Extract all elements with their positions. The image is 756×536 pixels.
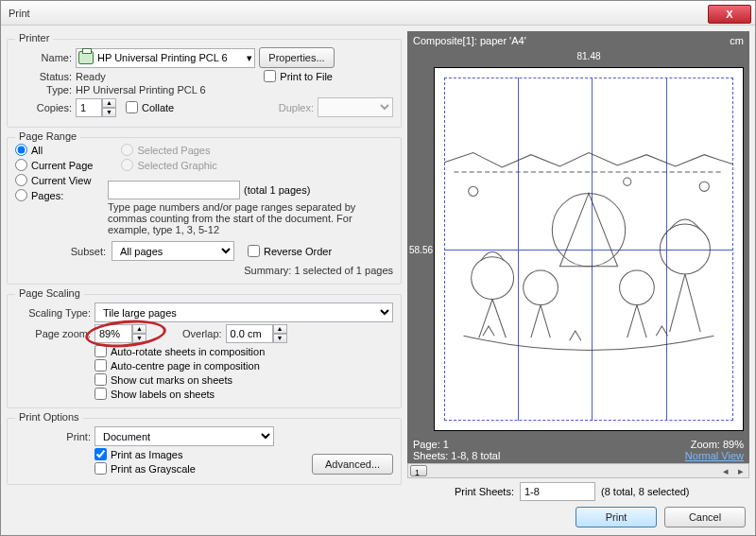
range-selected-graphic-radio: Selected Graphic: [121, 159, 216, 171]
range-selected-pages-radio: Selected Pages: [121, 144, 216, 156]
svg-point-3: [620, 270, 655, 305]
printer-type-value: HP Universal Printing PCL 6: [76, 84, 206, 95]
svg-point-4: [660, 224, 710, 274]
printer-name-label: Name:: [15, 52, 72, 63]
overlap-label: Overlap:: [182, 328, 222, 339]
preview-sheets-label: Sheets: 1-8, 8 total: [413, 450, 500, 461]
spin-down-icon[interactable]: ▼: [132, 334, 146, 343]
print-as-grayscale-checkbox[interactable]: Print as Grayscale: [94, 462, 196, 475]
total-pages-label: (total 1 pages): [244, 184, 310, 196]
duplex-select: [318, 97, 393, 117]
scaling-type-select[interactable]: Tile large pages: [94, 303, 393, 322]
page-zoom-input[interactable]: [94, 324, 132, 343]
printer-icon: [78, 51, 94, 64]
range-current-view-radio[interactable]: Current View: [15, 174, 93, 186]
preview-title: Composite[1]: paper 'A4': [413, 35, 526, 46]
svg-point-7: [624, 178, 631, 185]
page-zoom-spinner[interactable]: ▲▼: [94, 324, 146, 343]
preview-zoom-label: Zoom: 89%: [685, 439, 744, 450]
print-sheets-label: Print Sheets:: [455, 486, 514, 497]
spin-up-icon[interactable]: ▲: [273, 324, 287, 334]
preview-canvas: 81.48 58.56: [407, 50, 749, 437]
printer-status-label: Status:: [15, 71, 72, 82]
advanced-button[interactable]: Advanced...: [312, 454, 393, 475]
page-zoom-label: Page zoom:: [15, 328, 91, 339]
copies-label: Copies:: [15, 102, 72, 113]
print-what-select[interactable]: Document: [94, 426, 274, 446]
ruler-top-value: 81.48: [576, 51, 600, 61]
page-scaling-group: Scaling Type: Tile large pages Page zoom…: [7, 294, 402, 408]
duplex-label: Duplex:: [279, 102, 314, 113]
ruler-top: 81.48: [434, 50, 744, 67]
printer-status-value: Ready: [76, 71, 106, 82]
svg-point-0: [552, 193, 625, 266]
spin-down-icon[interactable]: ▼: [102, 108, 116, 117]
preview-page-label: Page: 1: [413, 439, 500, 450]
print-to-file-checkbox[interactable]: Print to File: [264, 70, 333, 82]
properties-button[interactable]: Properties...: [259, 47, 335, 68]
range-all-radio[interactable]: All: [15, 144, 93, 156]
print-sheets-info: (8 total, 8 selected): [601, 486, 690, 497]
preview-artwork: [435, 68, 743, 430]
spin-down-icon[interactable]: ▼: [273, 334, 287, 343]
svg-point-5: [469, 186, 478, 196]
pages-input[interactable]: [108, 181, 240, 199]
window-title: Print: [9, 8, 30, 19]
scroll-right-icon[interactable]: ▸: [733, 465, 748, 477]
cancel-button[interactable]: Cancel: [664, 507, 746, 527]
cut-marks-checkbox[interactable]: Show cut marks on sheets: [94, 373, 393, 386]
close-icon: X: [726, 9, 732, 20]
copies-input[interactable]: [76, 98, 102, 117]
printer-group: Name: HP Universal Printing PCL 6 ▾ Prop…: [7, 39, 402, 128]
printer-type-label: Type:: [15, 84, 72, 95]
auto-rotate-checkbox[interactable]: Auto-rotate sheets in composition: [94, 345, 393, 357]
scaling-type-label: Scaling Type:: [15, 307, 91, 319]
scrollbar-thumb[interactable]: 1: [410, 465, 427, 476]
spin-up-icon[interactable]: ▲: [132, 324, 146, 334]
page-range-group: All Current Page Current View Pages: Sel…: [7, 137, 402, 285]
scroll-left-icon[interactable]: ◂: [718, 465, 733, 477]
subset-label: Subset:: [68, 246, 106, 257]
collate-checkbox[interactable]: Collate: [126, 101, 174, 113]
chevron-down-icon: ▾: [247, 52, 252, 64]
preview-status: Page: 1 Sheets: 1-8, 8 total Zoom: 89% N…: [407, 437, 749, 463]
preview-unit: cm: [730, 35, 744, 46]
svg-point-2: [524, 270, 558, 305]
spin-up-icon[interactable]: ▲: [102, 98, 116, 108]
printer-name-value: HP Universal Printing PCL 6: [97, 52, 243, 63]
subset-select[interactable]: All pages: [112, 241, 234, 261]
print-as-images-checkbox[interactable]: Print as Images: [94, 448, 196, 460]
pages-hint: Type page numbers and/or page ranges sep…: [108, 201, 372, 235]
ruler-left: 58.56: [407, 67, 434, 431]
range-current-page-radio[interactable]: Current Page: [15, 159, 93, 171]
overlap-spinner[interactable]: ▲▼: [226, 324, 287, 343]
titlebar: Print X: [1, 1, 755, 26]
reverse-order-checkbox[interactable]: Reverse Order: [248, 245, 332, 257]
print-dialog: Print X Name: HP Universal Printing PCL …: [0, 0, 756, 536]
print-options-group: Print: Document Print as Images Print as…: [7, 418, 402, 485]
print-what-label: Print:: [15, 431, 91, 442]
auto-centre-checkbox[interactable]: Auto-centre page in composition: [94, 359, 393, 372]
print-sheets-input[interactable]: [520, 482, 595, 501]
print-button[interactable]: Print: [576, 507, 657, 527]
copies-spinner[interactable]: ▲▼: [76, 98, 116, 117]
ruler-left-value: 58.56: [409, 244, 433, 254]
overlap-input[interactable]: [226, 324, 273, 343]
range-pages-radio[interactable]: Pages:: [15, 189, 93, 201]
svg-point-1: [472, 257, 514, 300]
labels-checkbox[interactable]: Show labels on sheets: [94, 388, 393, 400]
preview-scrollbar[interactable]: 1 ◂ ▸: [407, 463, 749, 478]
preview-header: Composite[1]: paper 'A4' cm: [407, 31, 749, 50]
page-range-summary: Summary: 1 selected of 1 pages: [15, 265, 393, 276]
normal-view-link[interactable]: Normal View: [685, 450, 744, 461]
svg-point-6: [699, 182, 709, 191]
preview-page: [434, 67, 744, 431]
printer-name-select[interactable]: HP Universal Printing PCL 6 ▾: [76, 48, 255, 68]
close-button[interactable]: X: [708, 5, 751, 24]
